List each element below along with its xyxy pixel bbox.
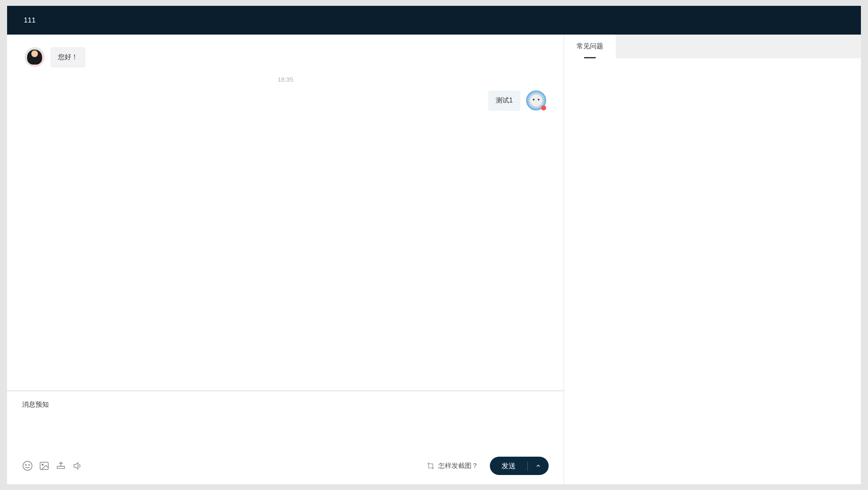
user-avatar: [526, 90, 546, 110]
svg-rect-3: [40, 462, 48, 469]
send-button[interactable]: 发送: [490, 457, 549, 475]
svg-point-1: [25, 465, 26, 465]
header: 111: [7, 6, 861, 35]
chat-panel: 您好！ 18:35 测试1 消息预知: [7, 35, 564, 484]
svg-point-4: [42, 464, 43, 465]
send-button-label: 发送: [490, 461, 528, 471]
chevron-up-icon[interactable]: [528, 463, 549, 469]
page-title: 111: [24, 16, 35, 25]
message-input[interactable]: 消息预知: [22, 400, 549, 457]
image-icon[interactable]: [39, 460, 50, 471]
input-toolbar: 怎样发截图？ 发送: [22, 457, 549, 475]
user-message: 测试1: [25, 90, 546, 111]
sound-icon[interactable]: [72, 460, 83, 471]
tab-faq[interactable]: 常见问题: [564, 35, 616, 58]
emoji-icon[interactable]: [22, 460, 33, 471]
crop-icon: [426, 462, 435, 470]
sidebar-tabs: 常见问题: [564, 35, 861, 58]
screenshot-hint[interactable]: 怎样发截图？: [426, 462, 478, 470]
upload-icon[interactable]: [55, 460, 66, 471]
toolbar-left: [22, 460, 83, 471]
input-area: 消息预知: [7, 390, 564, 484]
app-container: 111 您好！ 18:35 测试1: [7, 6, 861, 484]
agent-message: 您好！: [25, 47, 546, 68]
sidebar: 常见问题: [564, 35, 861, 484]
agent-avatar: [25, 47, 45, 67]
timestamp: 18:35: [25, 76, 546, 83]
svg-point-2: [29, 465, 30, 465]
chat-messages-area[interactable]: 您好！ 18:35 测试1: [7, 35, 564, 390]
screenshot-hint-text: 怎样发截图？: [438, 462, 478, 470]
message-bubble: 您好！: [50, 47, 85, 68]
sidebar-content: [564, 58, 861, 484]
message-bubble: 测试1: [488, 90, 520, 111]
main-content: 您好！ 18:35 测试1 消息预知: [7, 35, 861, 484]
toolbar-right: 怎样发截图？ 发送: [426, 457, 549, 475]
svg-point-0: [23, 461, 32, 470]
